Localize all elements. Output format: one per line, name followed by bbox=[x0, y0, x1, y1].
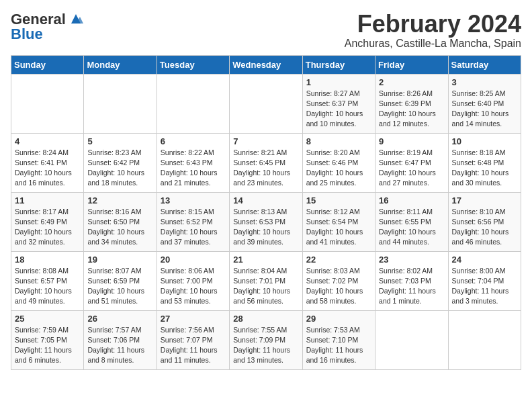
day-cell: 18Sunrise: 8:08 AM Sunset: 6:57 PM Dayli… bbox=[11, 251, 84, 310]
day-number: 22 bbox=[306, 255, 371, 265]
day-number: 2 bbox=[379, 77, 444, 87]
calendar-table: SundayMondayTuesdayWednesdayThursdayFrid… bbox=[11, 55, 521, 370]
day-number: 10 bbox=[452, 136, 517, 146]
day-number: 16 bbox=[379, 195, 444, 205]
day-info: Sunrise: 7:59 AM Sunset: 7:05 PM Dayligh… bbox=[15, 325, 80, 366]
day-info: Sunrise: 7:56 AM Sunset: 7:07 PM Dayligh… bbox=[161, 325, 226, 366]
day-info: Sunrise: 8:13 AM Sunset: 6:53 PM Dayligh… bbox=[233, 207, 298, 248]
week-row-2: 4Sunrise: 8:24 AM Sunset: 6:41 PM Daylig… bbox=[11, 133, 521, 192]
day-number: 28 bbox=[233, 314, 298, 324]
day-cell bbox=[11, 74, 84, 133]
day-number: 4 bbox=[15, 136, 80, 146]
day-cell: 15Sunrise: 8:12 AM Sunset: 6:54 PM Dayli… bbox=[302, 192, 375, 251]
day-cell: 21Sunrise: 8:04 AM Sunset: 7:01 PM Dayli… bbox=[230, 251, 302, 310]
day-number: 29 bbox=[306, 314, 371, 324]
day-number: 26 bbox=[87, 314, 152, 324]
day-cell bbox=[84, 74, 157, 133]
day-info: Sunrise: 8:24 AM Sunset: 6:41 PM Dayligh… bbox=[15, 148, 80, 189]
logo-blue: Blue bbox=[11, 26, 43, 43]
day-number: 9 bbox=[379, 136, 444, 146]
day-cell: 7Sunrise: 8:21 AM Sunset: 6:45 PM Daylig… bbox=[230, 133, 302, 192]
page-header: General Blue February 2024 Anchuras, Cas… bbox=[11, 11, 521, 50]
day-cell: 8Sunrise: 8:20 AM Sunset: 6:46 PM Daylig… bbox=[302, 133, 375, 192]
day-info: Sunrise: 8:03 AM Sunset: 7:02 PM Dayligh… bbox=[306, 266, 371, 307]
day-info: Sunrise: 8:11 AM Sunset: 6:55 PM Dayligh… bbox=[379, 207, 444, 248]
day-info: Sunrise: 8:27 AM Sunset: 6:37 PM Dayligh… bbox=[306, 89, 371, 130]
day-number: 8 bbox=[306, 136, 371, 146]
day-cell: 19Sunrise: 8:07 AM Sunset: 6:59 PM Dayli… bbox=[84, 251, 157, 310]
day-number: 15 bbox=[306, 195, 371, 205]
day-cell: 4Sunrise: 8:24 AM Sunset: 6:41 PM Daylig… bbox=[11, 133, 84, 192]
day-info: Sunrise: 7:57 AM Sunset: 7:06 PM Dayligh… bbox=[87, 325, 152, 366]
day-info: Sunrise: 8:21 AM Sunset: 6:45 PM Dayligh… bbox=[233, 148, 298, 189]
calendar-header: SundayMondayTuesdayWednesdayThursdayFrid… bbox=[11, 55, 521, 74]
day-cell: 11Sunrise: 8:17 AM Sunset: 6:49 PM Dayli… bbox=[11, 192, 84, 251]
day-cell bbox=[448, 310, 521, 369]
day-number: 13 bbox=[161, 195, 226, 205]
day-info: Sunrise: 8:04 AM Sunset: 7:01 PM Dayligh… bbox=[233, 266, 298, 307]
day-cell: 26Sunrise: 7:57 AM Sunset: 7:06 PM Dayli… bbox=[84, 310, 157, 369]
header-tuesday: Tuesday bbox=[157, 55, 229, 74]
day-info: Sunrise: 8:07 AM Sunset: 6:59 PM Dayligh… bbox=[87, 266, 152, 307]
logo-icon bbox=[69, 11, 83, 26]
day-number: 11 bbox=[15, 195, 80, 205]
day-info: Sunrise: 8:19 AM Sunset: 6:47 PM Dayligh… bbox=[379, 148, 444, 189]
day-info: Sunrise: 8:16 AM Sunset: 6:50 PM Dayligh… bbox=[87, 207, 152, 248]
month-title: February 2024 bbox=[345, 11, 521, 38]
day-number: 3 bbox=[452, 77, 517, 87]
day-info: Sunrise: 8:20 AM Sunset: 6:46 PM Dayligh… bbox=[306, 148, 371, 189]
day-cell: 6Sunrise: 8:22 AM Sunset: 6:43 PM Daylig… bbox=[157, 133, 229, 192]
header-sunday: Sunday bbox=[11, 55, 84, 74]
week-row-3: 11Sunrise: 8:17 AM Sunset: 6:49 PM Dayli… bbox=[11, 192, 521, 251]
day-cell: 9Sunrise: 8:19 AM Sunset: 6:47 PM Daylig… bbox=[375, 133, 448, 192]
day-cell: 27Sunrise: 7:56 AM Sunset: 7:07 PM Dayli… bbox=[157, 310, 229, 369]
day-number: 23 bbox=[379, 255, 444, 265]
day-info: Sunrise: 7:55 AM Sunset: 7:09 PM Dayligh… bbox=[233, 325, 298, 366]
header-thursday: Thursday bbox=[302, 55, 375, 74]
day-info: Sunrise: 8:10 AM Sunset: 6:56 PM Dayligh… bbox=[452, 207, 517, 248]
day-info: Sunrise: 8:00 AM Sunset: 7:04 PM Dayligh… bbox=[452, 266, 517, 307]
day-number: 7 bbox=[233, 136, 298, 146]
header-saturday: Saturday bbox=[448, 55, 521, 74]
day-cell: 13Sunrise: 8:15 AM Sunset: 6:52 PM Dayli… bbox=[157, 192, 229, 251]
day-info: Sunrise: 8:18 AM Sunset: 6:48 PM Dayligh… bbox=[452, 148, 517, 189]
day-info: Sunrise: 8:25 AM Sunset: 6:40 PM Dayligh… bbox=[452, 89, 517, 130]
day-info: Sunrise: 8:15 AM Sunset: 6:52 PM Dayligh… bbox=[161, 207, 226, 248]
day-info: Sunrise: 8:22 AM Sunset: 6:43 PM Dayligh… bbox=[161, 148, 226, 189]
day-cell: 17Sunrise: 8:10 AM Sunset: 6:56 PM Dayli… bbox=[448, 192, 521, 251]
day-number: 5 bbox=[87, 136, 152, 146]
day-cell: 29Sunrise: 7:53 AM Sunset: 7:10 PM Dayli… bbox=[302, 310, 375, 369]
day-number: 19 bbox=[87, 255, 152, 265]
day-info: Sunrise: 8:08 AM Sunset: 6:57 PM Dayligh… bbox=[15, 266, 80, 307]
day-number: 6 bbox=[161, 136, 226, 146]
day-cell: 3Sunrise: 8:25 AM Sunset: 6:40 PM Daylig… bbox=[448, 74, 521, 133]
day-cell: 12Sunrise: 8:16 AM Sunset: 6:50 PM Dayli… bbox=[84, 192, 157, 251]
day-number: 18 bbox=[15, 255, 80, 265]
header-friday: Friday bbox=[375, 55, 448, 74]
day-number: 24 bbox=[452, 255, 517, 265]
day-cell: 28Sunrise: 7:55 AM Sunset: 7:09 PM Dayli… bbox=[230, 310, 302, 369]
day-cell: 10Sunrise: 8:18 AM Sunset: 6:48 PM Dayli… bbox=[448, 133, 521, 192]
week-row-1: 1Sunrise: 8:27 AM Sunset: 6:37 PM Daylig… bbox=[11, 74, 521, 133]
day-cell: 22Sunrise: 8:03 AM Sunset: 7:02 PM Dayli… bbox=[302, 251, 375, 310]
day-info: Sunrise: 8:23 AM Sunset: 6:42 PM Dayligh… bbox=[87, 148, 152, 189]
day-cell: 5Sunrise: 8:23 AM Sunset: 6:42 PM Daylig… bbox=[84, 133, 157, 192]
day-cell: 14Sunrise: 8:13 AM Sunset: 6:53 PM Dayli… bbox=[230, 192, 302, 251]
week-row-4: 18Sunrise: 8:08 AM Sunset: 6:57 PM Dayli… bbox=[11, 251, 521, 310]
day-cell: 1Sunrise: 8:27 AM Sunset: 6:37 PM Daylig… bbox=[302, 74, 375, 133]
day-number: 20 bbox=[161, 255, 226, 265]
day-info: Sunrise: 7:53 AM Sunset: 7:10 PM Dayligh… bbox=[306, 325, 371, 366]
day-cell: 24Sunrise: 8:00 AM Sunset: 7:04 PM Dayli… bbox=[448, 251, 521, 310]
logo: General Blue bbox=[11, 11, 83, 43]
title-block: February 2024 Anchuras, Castille-La Manc… bbox=[345, 11, 521, 50]
day-info: Sunrise: 8:12 AM Sunset: 6:54 PM Dayligh… bbox=[306, 207, 371, 248]
calendar-body: 1Sunrise: 8:27 AM Sunset: 6:37 PM Daylig… bbox=[11, 74, 521, 369]
day-cell: 25Sunrise: 7:59 AM Sunset: 7:05 PM Dayli… bbox=[11, 310, 84, 369]
day-cell: 2Sunrise: 8:26 AM Sunset: 6:39 PM Daylig… bbox=[375, 74, 448, 133]
location-title: Anchuras, Castille-La Mancha, Spain bbox=[345, 38, 521, 50]
day-cell bbox=[375, 310, 448, 369]
day-number: 21 bbox=[233, 255, 298, 265]
day-number: 17 bbox=[452, 195, 517, 205]
day-cell bbox=[157, 74, 229, 133]
day-cell: 23Sunrise: 8:02 AM Sunset: 7:03 PM Dayli… bbox=[375, 251, 448, 310]
